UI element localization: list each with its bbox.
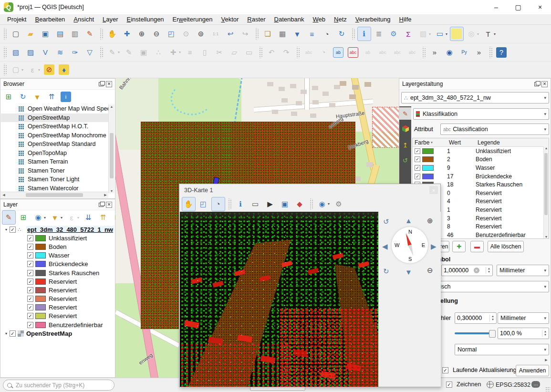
blend-mode-select[interactable]: Normal ▾ <box>455 344 549 355</box>
highlight-pinned-labels-icon[interactable]: abc <box>346 45 360 60</box>
rotate-cw-icon[interactable]: ↻ <box>383 267 389 276</box>
collapse-all-layers-icon[interactable]: ⇈ <box>96 210 110 225</box>
menu-erweiterungen[interactable]: Erweiterungen <box>168 15 217 24</box>
live-update-checkbox[interactable]: ✓ <box>442 367 448 373</box>
identify-features-icon[interactable]: ℹ <box>357 27 371 41</box>
select-by-location-icon[interactable]: ♦ <box>57 62 71 77</box>
table-scrollbar[interactable]: ▲ ▼ <box>543 146 549 238</box>
spin-up-icon[interactable]: ▲ <box>488 267 490 270</box>
menu-bearbeiten[interactable]: Bearbeiten <box>31 15 69 24</box>
digitize-point-icon[interactable]: ∴ <box>152 45 166 60</box>
move-label-icon[interactable]: abc <box>391 45 405 60</box>
class-starkes-rauschen[interactable]: ✓Starkes Rauschen <box>1 268 114 277</box>
search-input[interactable] <box>15 382 110 389</box>
save-project-icon[interactable]: ▣ <box>39 27 52 41</box>
maximize-button[interactable]: ▢ <box>507 0 529 14</box>
layer-checkbox[interactable]: ✓ <box>27 244 33 250</box>
float-panel-icon[interactable] <box>534 82 539 86</box>
tilt-down-icon[interactable]: ▼ <box>405 268 412 276</box>
class-checkbox[interactable]: ✓ <box>415 156 420 162</box>
class-reserviert-4[interactable]: ✓Reserviert <box>1 303 114 312</box>
scroll-thumb[interactable] <box>544 153 548 215</box>
export-3d-icon[interactable]: ◆ <box>293 197 307 211</box>
class-color-swatch[interactable] <box>422 165 434 171</box>
browser-item[interactable]: OpenStreetMap Standard <box>1 140 109 149</box>
refresh-browser-icon[interactable]: ↻ <box>16 90 30 104</box>
rotate-label-icon[interactable]: abc <box>405 45 419 60</box>
pan-to-selection-icon[interactable]: ✚ <box>120 27 134 41</box>
expander-icon[interactable]: ▾ <box>3 331 10 336</box>
close-panel-icon[interactable]: × <box>106 202 112 208</box>
crs-status[interactable]: EPSG:25832 <box>487 381 530 388</box>
camera-rotate-3d-icon[interactable]: ◔ <box>211 197 225 211</box>
class-reserviert-3[interactable]: ✓Reserviert <box>1 295 114 303</box>
tab-history[interactable]: ↺ <box>399 154 411 166</box>
manage-visibility-icon[interactable]: ◉▾ <box>31 210 47 225</box>
paste-features-icon[interactable]: ▭ <box>242 45 256 60</box>
add-vector-layer-icon[interactable]: V <box>39 45 52 60</box>
delete-all-button[interactable]: Alle löschen <box>488 241 524 252</box>
class-benutzerdefinierbar[interactable]: ✓Benutzerdefinierbar <box>1 320 114 329</box>
redo-icon[interactable]: ↷ <box>280 45 293 60</box>
zoom-out-icon[interactable]: ⊖ <box>150 27 164 41</box>
layer-labeling-icon[interactable]: abc <box>302 45 316 60</box>
browser-properties-icon[interactable]: i <box>59 90 73 104</box>
renderer-select[interactable]: Klassifikation ▾ <box>413 108 549 120</box>
refresh-map-icon[interactable]: ↻ <box>335 27 349 41</box>
settings-3d-icon[interactable]: ⚙ <box>332 197 346 211</box>
menu-web[interactable]: Web <box>309 15 330 24</box>
class-wasser[interactable]: ✓Wasser <box>1 251 114 260</box>
delete-selected-icon[interactable]: ▯ <box>198 45 212 60</box>
panel-hscroll-right[interactable]: ▶ <box>543 358 549 362</box>
pan-3d-icon[interactable]: ✋ <box>182 197 196 211</box>
apply-button[interactable]: Anwenden <box>516 365 549 376</box>
layer-checkbox[interactable]: ✓ <box>27 287 33 293</box>
add-selected-layers-icon[interactable]: ⊞ <box>2 90 15 104</box>
add-mesh-layer-icon[interactable]: ≋ <box>53 45 67 60</box>
class-color-swatch[interactable] <box>422 148 434 154</box>
spin-up-icon[interactable]: ▲ <box>544 330 547 333</box>
open-layer-styling-icon[interactable]: ✎ <box>2 210 16 225</box>
menu-ansicht[interactable]: Ansicht <box>69 15 98 24</box>
class-color-swatch[interactable] <box>422 156 434 162</box>
layer-diagram-icon[interactable]: ◔ <box>317 45 331 60</box>
zoom-out-icon[interactable]: ⊖ <box>427 266 433 275</box>
clear-icon[interactable]: × <box>474 268 479 273</box>
copy-features-icon[interactable]: ▱ <box>228 45 241 60</box>
menu-projekt[interactable]: Projekt <box>3 15 31 24</box>
layer-checkbox[interactable]: ✓ <box>27 261 33 267</box>
layer-checkbox[interactable]: ✓ <box>10 330 16 337</box>
save-layer-edits-icon[interactable]: ▣ <box>137 45 151 60</box>
spin-down-icon[interactable]: ▼ <box>488 270 490 274</box>
class-checkbox[interactable]: ✓ <box>415 148 420 154</box>
layer-openstreetmap[interactable]: ▾✓OpenStreetMap <box>1 329 114 338</box>
python-console-icon[interactable]: Py <box>457 45 471 60</box>
class-reserviert-5[interactable]: ✓Reserviert <box>1 312 114 320</box>
zoom-native-icon[interactable]: 1:1 <box>209 27 223 41</box>
layer-checkbox[interactable]: ✓ <box>27 322 33 328</box>
browser-hscrollbar[interactable]: ◀ ▶ <box>1 192 108 198</box>
browser-item[interactable]: Stamen Terrain <box>1 157 109 166</box>
table-row[interactable]: ✓17Brückendecke <box>413 172 549 181</box>
minimize-button[interactable]: – <box>485 0 507 14</box>
class-brueckendecke[interactable]: ✓Brückendecke <box>1 260 114 268</box>
layer-checkbox[interactable]: ✓ <box>27 252 33 258</box>
browser-item[interactable]: Open Weather Map Wind Speed <box>1 104 109 113</box>
close-button[interactable]: × <box>529 0 551 14</box>
add-class-button[interactable]: ✚ <box>452 241 466 252</box>
add-virtual-layer-icon[interactable]: ▽ <box>83 45 97 60</box>
close-panel-icon[interactable]: × <box>106 81 112 87</box>
layer-checkbox[interactable]: ✓ <box>27 279 33 285</box>
expand-all-icon[interactable]: ⇊ <box>82 210 95 225</box>
close-panel-icon[interactable]: × <box>541 81 548 87</box>
menu-raster[interactable]: Raster <box>243 15 270 24</box>
select-by-expression-icon[interactable]: ε▾ <box>26 62 42 77</box>
table-row[interactable]: ✓2Boden <box>413 155 549 164</box>
select-features-icon[interactable]: ▢▾ <box>9 62 25 77</box>
rotate-ccw-icon[interactable]: ↺ <box>383 217 389 226</box>
zoom-to-selection-icon[interactable]: ⊙ <box>179 27 193 41</box>
new-project-icon[interactable]: ▢ <box>9 27 23 41</box>
spin-down-icon[interactable]: ▼ <box>544 333 547 337</box>
osm-place-search-icon[interactable]: ◉ <box>443 45 457 60</box>
pin-unpin-labels-icon[interactable]: ab <box>361 45 375 60</box>
